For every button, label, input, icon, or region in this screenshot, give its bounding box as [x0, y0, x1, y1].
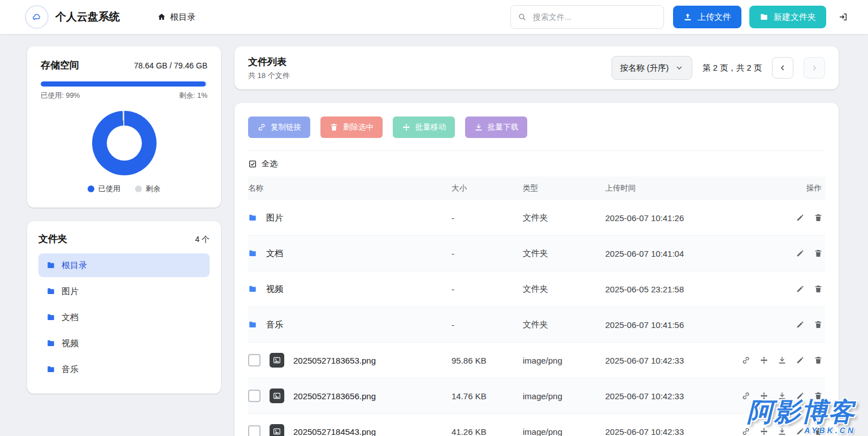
file-type: 文件夹 — [523, 320, 605, 330]
search-icon — [518, 12, 527, 21]
rename-icon[interactable] — [796, 213, 805, 222]
folders-title: 文件夹 — [38, 232, 67, 245]
file-time: 2025-06-07 10:41:04 — [605, 249, 729, 258]
rename-icon[interactable] — [796, 249, 805, 258]
main-content: 文件列表 共 18 个文件 按名称 (升序) 第 2 页，共 2 页 — [235, 46, 839, 436]
page-body: 存储空间 78.64 GB / 79.46 GB 已使用: 99% 剩余: 1%… — [0, 34, 868, 436]
copy-link-icon[interactable] — [741, 427, 750, 436]
sidebar-item-music[interactable]: 音乐 — [38, 357, 210, 381]
logout-icon — [839, 12, 848, 21]
bulk-actions-bar: 复制链接 删除选中 批量移动 批量下载 — [248, 116, 825, 150]
column-header-type: 类型 — [523, 183, 605, 193]
cloud-icon — [32, 12, 41, 21]
file-name[interactable]: 图片 — [266, 213, 283, 223]
file-time: 2025-06-07 10:42:33 — [605, 427, 729, 436]
delete-icon[interactable] — [814, 391, 823, 400]
sidebar-item-label: 图片 — [62, 286, 79, 297]
move-icon[interactable] — [760, 427, 769, 436]
file-time: 2025-06-07 10:42:33 — [605, 356, 729, 365]
file-list-panel: 复制链接 删除选中 批量移动 批量下载 全选 — [235, 103, 839, 436]
legend-used-dot — [88, 185, 94, 192]
file-name[interactable]: 20250527183653.png — [293, 356, 376, 365]
column-header-size: 大小 — [452, 183, 523, 193]
move-icon[interactable] — [760, 391, 769, 400]
rename-icon[interactable] — [796, 391, 805, 400]
search-input[interactable] — [532, 12, 657, 22]
rename-icon[interactable] — [796, 284, 805, 293]
sidebar-item-videos[interactable]: 视频 — [38, 331, 210, 355]
download-icon[interactable] — [778, 356, 787, 365]
batch-move-button[interactable]: 批量移动 — [393, 116, 455, 138]
batch-download-button[interactable]: 批量下载 — [465, 116, 527, 138]
file-list-header: 文件列表 共 18 个文件 按名称 (升序) 第 2 页，共 2 页 — [235, 46, 839, 89]
legend-free-label: 剩余 — [146, 184, 160, 194]
image-file-icon — [270, 424, 284, 436]
select-all-toggle[interactable]: 全选 — [248, 150, 825, 176]
chevron-down-icon — [675, 63, 684, 72]
file-name[interactable]: 文档 — [266, 248, 283, 259]
delete-selected-button[interactable]: 删除选中 — [320, 116, 383, 138]
table-row[interactable]: 20250527183656.png 14.76 KB image/png 20… — [248, 378, 825, 414]
table-row[interactable]: 20250527183653.png 95.86 KB image/png 20… — [248, 343, 825, 378]
upload-icon — [683, 12, 692, 21]
copy-link-icon[interactable] — [741, 356, 750, 365]
download-icon[interactable] — [778, 391, 787, 400]
file-time: 2025-06-07 10:41:26 — [605, 213, 729, 223]
legend-used-label: 已使用 — [98, 184, 120, 194]
copy-link-icon[interactable] — [741, 391, 750, 400]
sidebar-item-images[interactable]: 图片 — [38, 279, 210, 303]
select-all-label: 全选 — [262, 159, 277, 169]
delete-icon[interactable] — [814, 320, 823, 329]
copy-link-button[interactable]: 复制链接 — [248, 116, 310, 138]
delete-icon[interactable] — [814, 427, 823, 436]
delete-icon[interactable] — [814, 284, 823, 293]
upload-file-button[interactable]: 上传文件 — [673, 6, 741, 28]
delete-icon[interactable] — [814, 213, 823, 222]
table-header-row: 名称 大小 类型 上传时间 操作 — [248, 176, 825, 200]
sort-select[interactable]: 按名称 (升序) — [611, 56, 692, 80]
download-icon[interactable] — [778, 427, 787, 436]
sidebar-item-documents[interactable]: 文档 — [38, 305, 210, 329]
rename-icon[interactable] — [796, 427, 805, 436]
table-row[interactable]: 文档 - 文件夹 2025-06-07 10:41:04 — [248, 236, 825, 271]
storage-panel: 存储空间 78.64 GB / 79.46 GB 已使用: 99% 剩余: 1%… — [27, 46, 221, 208]
delete-icon[interactable] — [814, 356, 823, 365]
breadcrumb[interactable]: 根目录 — [157, 12, 196, 23]
table-row[interactable]: 20250527184543.png 41.26 KB image/png 20… — [248, 414, 825, 436]
sidebar-item-root[interactable]: 根目录 — [38, 253, 210, 277]
prev-page-button[interactable] — [772, 57, 793, 79]
move-icon[interactable] — [760, 356, 769, 365]
row-checkbox[interactable] — [248, 390, 261, 402]
folder-icon — [46, 261, 55, 270]
file-time: 2025-06-05 23:21:58 — [605, 284, 729, 294]
search-box — [510, 5, 664, 29]
app-logo — [25, 5, 49, 29]
file-name[interactable]: 视频 — [266, 284, 283, 295]
folder-icon — [248, 249, 257, 258]
logout-button[interactable] — [839, 12, 848, 21]
rename-icon[interactable] — [796, 320, 805, 329]
file-name[interactable]: 音乐 — [266, 320, 283, 330]
folder-icon — [248, 213, 257, 222]
storage-progress-bar — [41, 81, 207, 87]
file-name[interactable]: 20250527183656.png — [293, 391, 376, 401]
batch-move-label: 批量移动 — [415, 122, 446, 132]
row-checkbox[interactable] — [248, 425, 261, 436]
link-icon — [257, 123, 266, 132]
table-row[interactable]: 图片 - 文件夹 2025-06-07 10:41:26 — [248, 200, 825, 236]
delete-icon[interactable] — [814, 249, 823, 258]
file-name[interactable]: 20250527184543.png — [293, 427, 376, 436]
home-icon — [157, 12, 166, 21]
row-checkbox[interactable] — [248, 354, 261, 366]
table-row[interactable]: 音乐 - 文件夹 2025-06-07 10:41:56 — [248, 307, 825, 343]
next-page-button[interactable] — [804, 57, 825, 79]
rename-icon[interactable] — [796, 356, 805, 365]
file-size: - — [452, 249, 523, 258]
new-folder-button[interactable]: 新建文件夹 — [749, 6, 826, 28]
table-row[interactable]: 视频 - 文件夹 2025-06-05 23:21:58 — [248, 271, 825, 307]
file-type: image/png — [523, 391, 605, 401]
storage-legend: 已使用 剩余 — [41, 184, 207, 194]
breadcrumb-root-label: 根目录 — [170, 12, 196, 23]
file-type: image/png — [523, 356, 605, 365]
file-size: 14.76 KB — [452, 391, 523, 401]
